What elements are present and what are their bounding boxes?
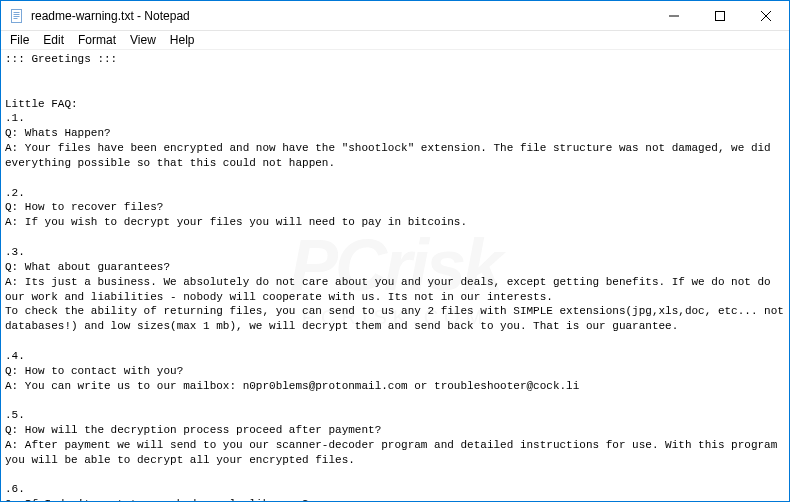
menu-view[interactable]: View [123,32,163,48]
notepad-window: readme-warning.txt - Notepad File Edit F… [0,0,790,502]
notepad-icon [9,8,25,24]
minimize-button[interactable] [651,1,697,31]
minimize-icon [669,11,679,21]
window-title: readme-warning.txt - Notepad [31,9,190,23]
menu-edit[interactable]: Edit [36,32,71,48]
text-editor[interactable] [1,50,789,501]
menubar: File Edit Format View Help [1,31,789,50]
svg-rect-6 [716,11,725,20]
maximize-icon [715,11,725,21]
close-icon [761,11,771,21]
menu-file[interactable]: File [3,32,36,48]
close-button[interactable] [743,1,789,31]
menu-help[interactable]: Help [163,32,202,48]
titlebar[interactable]: readme-warning.txt - Notepad [1,1,789,31]
menu-format[interactable]: Format [71,32,123,48]
maximize-button[interactable] [697,1,743,31]
editor-area: PCriskPCRISK.COM [1,50,789,501]
